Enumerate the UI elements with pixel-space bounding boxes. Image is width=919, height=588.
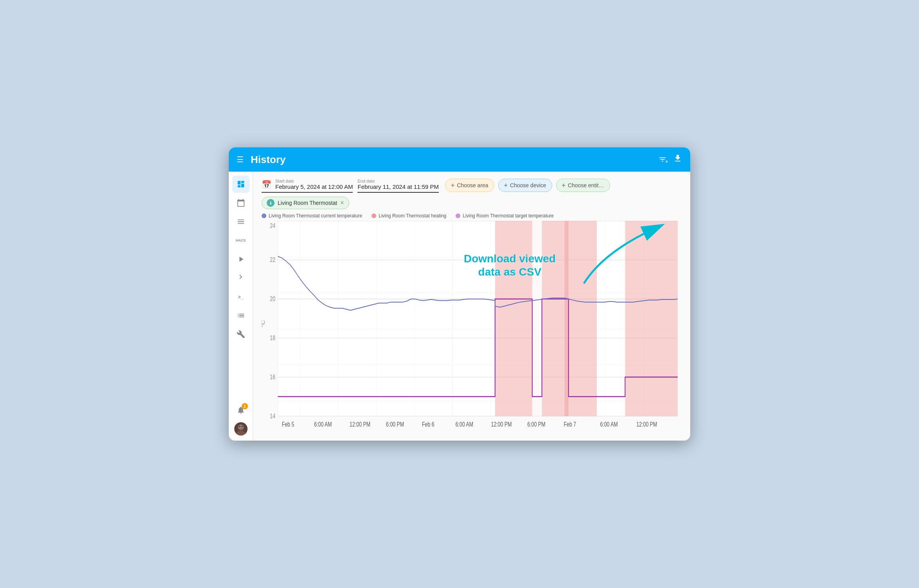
entity-chip-label: Choose entit… [568, 182, 604, 188]
sidebar-item-tools[interactable] [232, 326, 249, 343]
menu-icon[interactable]: ☰ [237, 155, 244, 164]
legend-item-current: Living Room Thermostat current temperatu… [262, 213, 362, 219]
choose-area-chip[interactable]: + Choose area [445, 179, 494, 192]
area-chip-label: Choose area [457, 182, 488, 188]
legend-label-target: Living Room Thermostat target temperatur… [463, 213, 554, 219]
active-filter-row: 🌡 Living Room Thermostat × [262, 197, 682, 209]
legend-label-heating: Living Room Thermostat heating [379, 213, 446, 219]
device-chip-label: Choose device [510, 182, 546, 188]
chart-legend: Living Room Thermostat current temperatu… [262, 213, 682, 219]
calendar-icon: 📅 [262, 180, 271, 189]
download-button[interactable] [673, 154, 682, 165]
svg-rect-5 [278, 221, 677, 416]
end-date-picker[interactable]: End date February 11, 2024 at 11:59 PM [357, 179, 439, 193]
start-date-container: Start date February 5, 2024 at 12:00 AM [275, 179, 353, 190]
sidebar-item-calendar[interactable] [232, 194, 249, 212]
topbar: ☰ History × [229, 147, 690, 172]
legend-label-current: Living Room Thermostat current temperatu… [269, 213, 362, 219]
svg-text:18: 18 [270, 334, 275, 341]
start-date-label: Start date [275, 179, 353, 183]
active-filter-tag[interactable]: 🌡 Living Room Thermostat × [262, 197, 349, 209]
start-date-value: February 5, 2024 at 12:00 AM [275, 183, 353, 190]
notification-badge: 1 [242, 403, 248, 409]
sidebar-item-hacs[interactable]: HACS [232, 232, 249, 249]
content-area: 📅 Start date February 5, 2024 at 12:00 A… [253, 172, 690, 441]
device-plus-icon: + [504, 182, 508, 189]
svg-text:22: 22 [270, 256, 275, 264]
sidebar-item-todo[interactable] [232, 307, 249, 324]
filter-row: 📅 Start date February 5, 2024 at 12:00 A… [262, 179, 682, 193]
history-chart: 14 16 18 20 22 24 °C Feb 5 6:00 AM 12:00… [262, 221, 682, 437]
remove-filter-icon[interactable]: × [340, 199, 344, 206]
legend-dot-current [262, 213, 266, 218]
svg-text:12:00 PM: 12:00 PM [350, 421, 370, 428]
date-section: 📅 Start date February 5, 2024 at 12:00 A… [262, 179, 439, 193]
svg-text:6:00 AM: 6:00 AM [600, 421, 617, 428]
sidebar-item-logbook[interactable] [232, 213, 249, 230]
active-filter-label: Living Room Thermostat [278, 200, 337, 206]
svg-text:6:00 AM: 6:00 AM [456, 421, 473, 428]
legend-item-target: Living Room Thermostat target temperatur… [456, 213, 554, 219]
svg-rect-32 [565, 221, 597, 416]
svg-text:16: 16 [270, 373, 275, 380]
svg-text:12:00 PM: 12:00 PM [636, 421, 657, 428]
filter-chips: + Choose area + Choose device + Choose e… [445, 179, 682, 192]
sidebar: HACS >_ 1 [229, 172, 253, 441]
svg-text:12:00 PM: 12:00 PM [491, 421, 512, 428]
svg-text:Feb 7: Feb 7 [564, 421, 576, 428]
legend-item-heating: Living Room Thermostat heating [372, 213, 446, 219]
legend-dot-target [456, 213, 460, 218]
hacs-label: HACS [236, 238, 246, 242]
end-date-value: February 11, 2024 at 11:59 PM [357, 183, 439, 190]
svg-text:24: 24 [270, 222, 275, 229]
svg-text:°C: °C [262, 320, 266, 327]
svg-point-1 [236, 431, 246, 436]
sidebar-item-notifications[interactable]: 1 [232, 402, 249, 419]
svg-text:6:00 PM: 6:00 PM [528, 421, 546, 428]
area-plus-icon: + [451, 182, 454, 189]
sidebar-item-dashboard[interactable] [232, 176, 249, 193]
entity-plus-icon: + [562, 182, 565, 189]
legend-dot-heating [372, 213, 376, 218]
svg-text:6:00 PM: 6:00 PM [386, 421, 404, 428]
page-title: History [251, 154, 658, 166]
main-area: HACS >_ 1 [229, 172, 690, 441]
choose-entity-chip[interactable]: + Choose entit… [556, 179, 610, 192]
svg-text:Feb 5: Feb 5 [282, 421, 294, 428]
sidebar-item-vscode[interactable] [232, 269, 249, 287]
end-date-container: End date February 11, 2024 at 11:59 PM [357, 179, 439, 190]
svg-rect-33 [625, 221, 677, 416]
svg-point-3 [241, 426, 243, 427]
start-date-picker[interactable]: 📅 Start date February 5, 2024 at 12:00 A… [262, 179, 353, 193]
thermostat-icon: 🌡 [267, 199, 275, 207]
svg-text:20: 20 [270, 296, 275, 303]
svg-point-2 [239, 426, 241, 427]
filter-clear-button[interactable]: × [658, 155, 667, 164]
terminal-label: >_ [238, 294, 244, 300]
svg-text:14: 14 [270, 412, 275, 419]
svg-text:6:00 AM: 6:00 AM [314, 421, 332, 428]
app-window: ☰ History × [229, 147, 690, 441]
topbar-actions: × [658, 154, 682, 165]
svg-text:Feb 6: Feb 6 [422, 421, 434, 428]
choose-device-chip[interactable]: + Choose device [498, 179, 552, 192]
svg-rect-31 [532, 221, 542, 416]
chart-container: 14 16 18 20 22 24 °C Feb 5 6:00 AM 12:00… [262, 221, 682, 437]
end-date-label: End date [357, 179, 439, 183]
avatar[interactable] [232, 420, 249, 437]
sidebar-item-media[interactable] [232, 251, 249, 268]
sidebar-item-terminal[interactable]: >_ [232, 288, 249, 305]
